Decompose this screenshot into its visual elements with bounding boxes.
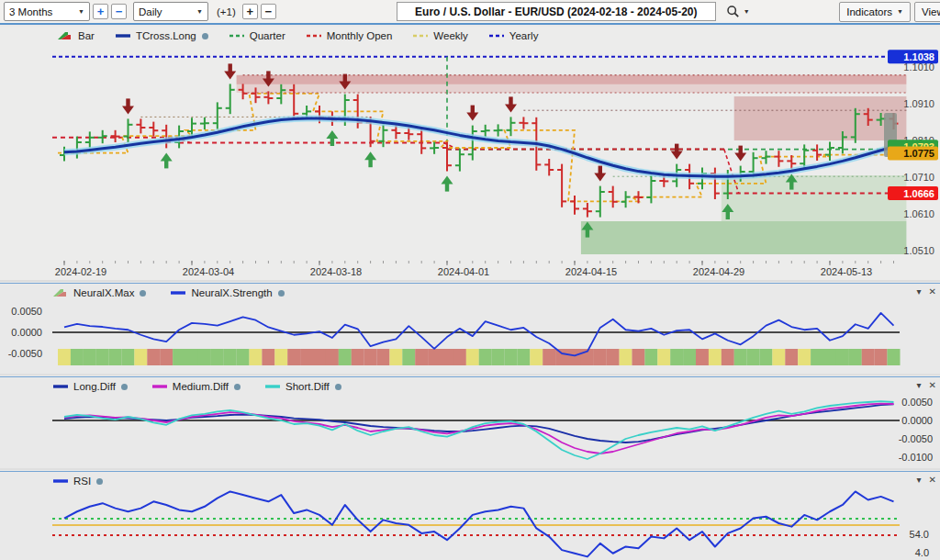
- neuralx-heatmap-cell: [262, 349, 274, 365]
- indicators-button-label: Indicators: [846, 6, 892, 17]
- neuralx-heatmap-cell: [849, 349, 862, 365]
- neuralx-heatmap-cell: [84, 349, 96, 365]
- legend-item-neuralx-strength[interactable]: NeuralX.Strength: [170, 287, 284, 298]
- neuralx-heatmap-cell: [147, 349, 160, 365]
- legend-item-bar[interactable]: Bar: [57, 30, 95, 41]
- info-icon[interactable]: [140, 290, 146, 297]
- neuralx-heatmap-cell: [185, 349, 198, 365]
- legend-item-quarter[interactable]: Quarter: [229, 30, 285, 41]
- info-icon[interactable]: [96, 478, 103, 485]
- neuralx-heatmap-cell: [747, 349, 760, 365]
- signal-up-arrow: [789, 182, 793, 190]
- x-axis-label: 2024-04-15: [565, 266, 617, 277]
- indicators-button[interactable]: Indicators ▼: [839, 2, 911, 22]
- legend-item-rsi[interactable]: RSI: [52, 476, 103, 487]
- neuralx-heatmap-cell: [530, 349, 543, 365]
- price-axis-label: 1.0510: [903, 245, 934, 256]
- search-dropdown-icon[interactable]: ▼: [744, 8, 750, 15]
- neuralx-heatmap-cell: [274, 349, 287, 365]
- bar-series-icon: [57, 31, 73, 40]
- signal-down-arrow: [599, 166, 602, 174]
- legend-item-label: Yearly: [509, 30, 539, 41]
- range-zoom-in-button[interactable]: +: [93, 4, 108, 19]
- signal-down-arrow: [126, 98, 129, 106]
- period-minus-button[interactable]: −: [261, 4, 276, 19]
- signal-down-arrow: [229, 63, 232, 72]
- neuralx-heatmap-cell: [670, 349, 683, 365]
- neuralx-heatmap-cell: [326, 349, 339, 365]
- view-button[interactable]: View: [914, 2, 940, 22]
- info-icon[interactable]: [121, 384, 128, 390]
- legend-item-short-diff[interactable]: Short.Diff: [264, 381, 341, 392]
- neuralx-heatmap-cell: [364, 349, 377, 365]
- info-icon[interactable]: [202, 33, 208, 39]
- neuralx-heatmap-cell: [798, 349, 811, 365]
- collapse-panel-icon[interactable]: ▾: [917, 381, 922, 390]
- neuralx-heatmap-cell: [875, 349, 888, 365]
- x-axis-label: 2024-03-18: [310, 266, 362, 277]
- neuralx-heatmap-cell: [389, 349, 402, 365]
- neuralx-heatmap-cell: [377, 349, 390, 365]
- symbol-title-text: Euro / U.S. Dollar - EUR/USD (2024-02-18…: [415, 6, 697, 18]
- neuralx-heatmap-cell: [760, 349, 773, 365]
- x-axis-label: 2024-04-29: [693, 266, 744, 277]
- close-panel-icon[interactable]: ✕: [929, 476, 936, 485]
- info-icon[interactable]: [234, 384, 241, 390]
- x-axis-label: 2024-03-04: [183, 266, 234, 277]
- legend-item-label: Quarter: [250, 30, 285, 41]
- neuralx-heatmap-cell: [134, 349, 147, 365]
- signal-down-arrow: [739, 146, 743, 154]
- line-series-icon: [488, 31, 505, 40]
- neuralx-heatmap-cell: [785, 349, 798, 365]
- neuralx-heatmap-cell: [722, 349, 734, 365]
- close-panel-icon[interactable]: ✕: [929, 381, 936, 390]
- neuralx-heatmap-cell: [517, 349, 530, 365]
- charting-app: 2024-02-192024-03-042024-03-182024-04-01…: [0, 0, 940, 560]
- toolbar: 3 Months ▼ + − Daily ▼ (+1) + − Euro / U…: [0, 0, 940, 25]
- diff-axis-label: -0.0100: [899, 452, 933, 463]
- legend-item-long-diff[interactable]: Long.Diff: [52, 381, 128, 392]
- legend-item-neuralx-max[interactable]: NeuralX.Max: [52, 287, 146, 298]
- legend-item-weekly[interactable]: Weekly: [412, 30, 468, 41]
- line-series-icon: [412, 31, 429, 40]
- collapse-panel-icon[interactable]: ▾: [917, 476, 922, 485]
- range-zoom-out-button[interactable]: −: [111, 4, 127, 19]
- signal-down-arrow: [343, 74, 347, 83]
- neuralx-heatmap-cell: [58, 349, 71, 365]
- period-plus-button[interactable]: +: [242, 4, 258, 19]
- search-icon[interactable]: [726, 5, 740, 18]
- diff-axis-label: -0.0050: [899, 433, 933, 444]
- neuralx-heatmap-cell: [339, 349, 352, 365]
- info-icon[interactable]: [278, 290, 285, 297]
- neuralx-heatmap-cell: [122, 349, 135, 365]
- legend-item-monthly-open[interactable]: Monthly Open: [306, 30, 393, 41]
- chevron-down-icon: ▼: [897, 8, 903, 15]
- neuralx-heatmap-cell: [479, 349, 492, 365]
- rsi-legend: RSI: [52, 476, 103, 487]
- close-panel-icon[interactable]: ✕: [929, 287, 936, 297]
- neuralx-heatmap-cell: [287, 349, 300, 365]
- neuralx-heatmap-cell: [594, 349, 607, 365]
- neuralx-heatmap-cell: [224, 349, 237, 365]
- neuralx-heatmap-cell: [644, 349, 657, 365]
- chart-canvas[interactable]: 2024-02-192024-03-042024-03-182024-04-01…: [0, 0, 940, 560]
- info-icon[interactable]: [335, 384, 341, 390]
- range-select[interactable]: 3 Months ▼: [4, 2, 90, 21]
- legend-item-label: Long.Diff: [73, 381, 116, 392]
- x-axis-label: 2024-04-01: [438, 266, 489, 277]
- symbol-title: Euro / U.S. Dollar - EUR/USD (2024-02-18…: [397, 2, 716, 21]
- neuralx-heatmap-cell: [415, 349, 428, 365]
- neuralx-axis-label: -0.0050: [8, 348, 42, 359]
- range-select-value: 3 Months: [9, 6, 52, 17]
- signal-up-arrow: [164, 160, 168, 168]
- legend-item-label: Medium.Diff: [173, 381, 229, 392]
- diff-panel-border: [0, 376, 940, 377]
- legend-item-tcross-long[interactable]: TCross.Long: [115, 30, 208, 41]
- line-series-icon: [151, 382, 168, 391]
- collapse-panel-icon[interactable]: ▾: [917, 287, 922, 297]
- period-select[interactable]: Daily ▼: [133, 2, 208, 21]
- signal-up-arrow: [330, 138, 334, 146]
- neuralx-axis-label: 0.0050: [11, 306, 42, 317]
- legend-item-medium-diff[interactable]: Medium.Diff: [151, 381, 241, 392]
- legend-item-yearly[interactable]: Yearly: [488, 30, 539, 41]
